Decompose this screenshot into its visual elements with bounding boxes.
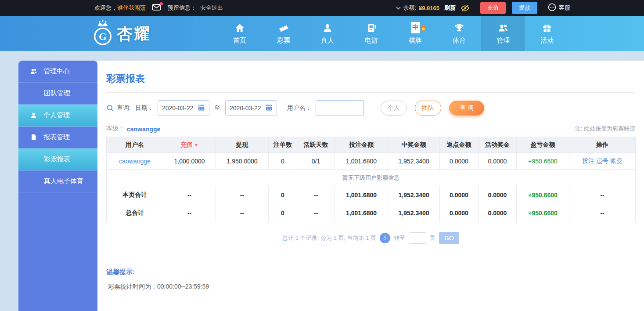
sidebar-item-label: 团队管理: [44, 89, 70, 98]
page-unit-label: 页: [430, 234, 435, 242]
chevron-down-icon[interactable]: [396, 7, 401, 10]
header-recharge-sortable[interactable]: 充值▼: [163, 137, 216, 153]
username-input[interactable]: [316, 100, 364, 116]
gtotal-rebate: 0.0000: [440, 204, 479, 222]
sidebar-item-lottery-report[interactable]: 彩票报表: [18, 148, 97, 170]
nav-item-activities[interactable]: 活动: [525, 16, 569, 51]
sidebar-item-personal-management[interactable]: 个人管理: [18, 105, 97, 127]
main-navbar: G 杏耀 首页 彩票 真人 电游 中 棋牌 体育: [0, 16, 644, 51]
refresh-button[interactable]: 刷新: [444, 4, 456, 12]
search-button[interactable]: 查 询: [449, 101, 484, 116]
nav-item-management[interactable]: 管理: [481, 16, 525, 51]
nav-item-boardgames[interactable]: 中 棋牌: [393, 16, 437, 51]
sidebar-item-team-management[interactable]: 团队管理: [18, 83, 97, 105]
brand-logo[interactable]: G 杏耀: [90, 19, 151, 48]
mahjong-tile-icon: 中: [411, 22, 420, 33]
grand-total-row: 总合计 -- -- 0 -- 1,001.6800 1,952.3400 0.0…: [107, 204, 636, 222]
tips-content: 彩票统计时间为：00:00:00--23:59:59: [106, 283, 635, 291]
gtotal-bet-count: 0: [269, 204, 297, 222]
calendar-icon: [265, 104, 273, 112]
calendar-icon: [198, 104, 205, 112]
sidebar-item-label: 报表管理: [43, 133, 70, 141]
date-from-input[interactable]: 2020-03-22: [158, 100, 209, 116]
date-to-value: 2020-03-22: [230, 105, 261, 112]
customer-service-label: 客服: [559, 4, 570, 12]
date-to-input[interactable]: 2020-03-22: [225, 100, 277, 116]
balance-label: 余额:: [403, 4, 416, 12]
search-toolbar: 查询: 日期： 2020-03-22 至 2020-03-22 用户名： 个人 …: [106, 100, 635, 116]
level-username-link[interactable]: caowangge: [127, 126, 160, 133]
current-username: 谁伴我闯荡: [117, 4, 146, 12]
empty-state-row: 暂无下级用户彩票信息: [107, 170, 636, 186]
customer-service-button[interactable]: 客服: [548, 3, 570, 13]
withdraw-button[interactable]: 提款: [512, 2, 537, 14]
messages-button[interactable]: [152, 4, 161, 12]
user-icon: [29, 112, 38, 119]
nav-item-live[interactable]: 真人: [306, 16, 349, 51]
header-active-days: 活跃天数: [297, 137, 335, 153]
account-change-link[interactable]: 账变: [610, 157, 622, 164]
tips-divider: [106, 259, 635, 259]
cell-win-amount: 1,952.3400: [388, 153, 440, 170]
tips-title: 温馨提示:: [106, 268, 635, 276]
header-rebate-amount: 返点金额: [440, 137, 479, 153]
empty-state-message: 暂无下级用户彩票信息: [107, 170, 636, 186]
gtotal-activity-bonus: 0.0000: [479, 204, 517, 222]
goto-page-input[interactable]: [409, 232, 426, 244]
bet-detail-link[interactable]: 投注: [582, 157, 594, 164]
sidebar-item-label: 彩票报表: [44, 155, 70, 163]
nav-label: 棋牌: [409, 36, 422, 45]
envelope-icon: [152, 5, 161, 12]
total-bet-amount: 1,001.6800: [335, 186, 388, 204]
nav-item-lottery[interactable]: 彩票: [262, 16, 306, 51]
page-total-row: 本页合计 -- -- 0 -- 1,001.6800 1,952.3400 0.…: [107, 186, 636, 204]
sidebar-item-label: 管理中心: [43, 67, 70, 76]
nav-item-home[interactable]: 首页: [218, 16, 262, 51]
table-row: caowangge 1,000.0000 1,950.0000 0 0/1 1,…: [107, 153, 636, 170]
cell-withdraw: 1,950.0000: [216, 153, 269, 170]
cell-bet-count: 0: [269, 153, 297, 170]
gtotal-withdraw: --: [216, 204, 269, 222]
team-filter-button[interactable]: 团队: [415, 101, 441, 116]
notification-dot: [160, 2, 163, 5]
chat-icon: [548, 3, 559, 13]
sidebar-item-live-electronic-sports[interactable]: 真人电子体育: [18, 170, 97, 192]
crown-emblem-icon: G: [90, 19, 115, 48]
sidebar-item-report-management[interactable]: 报表管理: [18, 127, 97, 148]
account-change-note: 注: 此处账变为彩票账变: [575, 125, 635, 133]
sidebar-item-label: 真人电子体育: [44, 177, 83, 185]
nav-label: 活动: [540, 36, 554, 45]
nav-label: 电游: [365, 36, 378, 45]
header-profit-amount: 盈亏金额: [517, 137, 569, 153]
row-username-link[interactable]: caowangge: [119, 158, 151, 165]
cell-bet-amount: 1,001.6800: [335, 153, 388, 170]
total-rebate: 0.0000: [440, 186, 479, 204]
reserved-info-label: 预留信息：: [168, 4, 196, 12]
nav-item-egames[interactable]: 电游: [349, 16, 393, 51]
sidebar: 管理中心 团队管理 个人管理 报表管理 彩票报表 真人电子体育: [18, 61, 97, 311]
balance-value: ¥9.8165: [419, 5, 439, 11]
date-label: 日期：: [135, 104, 154, 112]
header-bet-count: 注单数: [269, 137, 297, 153]
chase-number-link[interactable]: 追号: [596, 157, 608, 164]
nav-item-sports[interactable]: 体育: [437, 16, 481, 51]
date-from-value: 2020-03-22: [162, 105, 194, 112]
gtotal-bet-amount: 1,001.6800: [335, 204, 388, 222]
nav-label: 首页: [233, 36, 246, 45]
go-button[interactable]: GO: [439, 232, 459, 244]
gtotal-actions: --: [569, 204, 636, 222]
nav-label: 真人: [321, 36, 334, 45]
total-profit: +950.6600: [517, 186, 569, 204]
eye-off-icon[interactable]: [461, 4, 470, 12]
pagination: 总计 1 个记录, 分为 1 页, 当前第 1 页 1 转至 页 GO: [106, 232, 635, 244]
sidebar-item-management-center[interactable]: 管理中心: [18, 61, 97, 83]
logout-link[interactable]: 安全退出: [200, 4, 223, 12]
recharge-button[interactable]: 充值: [480, 2, 506, 14]
total-bet-count: 0: [269, 186, 297, 204]
brand-name: 杏耀: [117, 23, 151, 45]
page-number-button[interactable]: 1: [380, 233, 390, 243]
page-title: 彩票报表: [106, 61, 635, 85]
date-to-label: 至: [214, 104, 220, 112]
personal-filter-button[interactable]: 个人: [381, 101, 407, 116]
cell-activity-bonus: 0.0000: [479, 153, 517, 170]
